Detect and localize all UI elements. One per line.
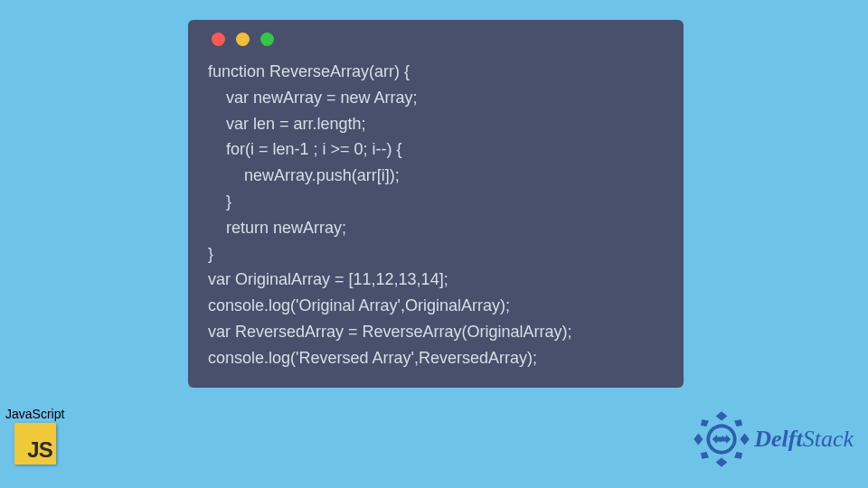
svg-marker-5: [734, 419, 742, 427]
javascript-logo-icon: JS: [14, 423, 56, 465]
svg-marker-3: [741, 434, 750, 446]
delftstack-brand-bold: Delft: [754, 426, 802, 452]
delftstack-brand-text: DelftStack: [754, 426, 854, 453]
maximize-icon: [260, 33, 274, 46]
javascript-logo-text: JS: [27, 437, 52, 463]
svg-marker-7: [734, 452, 742, 459]
svg-marker-0: [716, 411, 728, 420]
svg-marker-6: [701, 452, 709, 459]
window-traffic-lights: [208, 33, 664, 46]
svg-marker-2: [694, 434, 703, 446]
svg-marker-4: [701, 419, 709, 427]
svg-marker-1: [716, 457, 728, 466]
javascript-badge: JavaScript JS: [5, 407, 64, 465]
delftstack-brand-rest: Stack: [803, 426, 854, 452]
svg-text:</>: </>: [714, 435, 729, 444]
code-window: function ReverseArray(arr) { var newArra…: [188, 20, 684, 388]
close-icon: [212, 33, 225, 46]
delftstack-logo-icon: </>: [693, 410, 750, 468]
minimize-icon: [236, 33, 250, 46]
javascript-label: JavaScript: [5, 407, 64, 421]
delftstack-brand: </> DelftStack: [693, 410, 854, 468]
code-block: function ReverseArray(arr) { var newArra…: [208, 59, 664, 371]
